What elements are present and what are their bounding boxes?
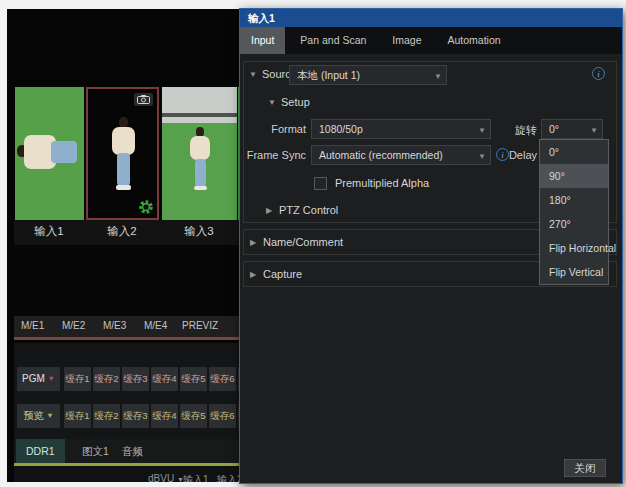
- rotate-label: 旋转: [492, 123, 537, 138]
- person-figure: [112, 127, 135, 155]
- input-labels-row: 输入1 输入2 输入3: [14, 220, 246, 245]
- rotate-option-0[interactable]: 0°: [540, 140, 608, 164]
- pgm-source-button[interactable]: 缓存1: [64, 367, 91, 391]
- pgm-source-button[interactable]: 缓存6: [209, 367, 236, 391]
- premultiplied-alpha-label: Premultiplied Alpha: [335, 177, 429, 189]
- chevron-down-icon: ▼: [46, 411, 53, 420]
- setup-label: Setup: [281, 96, 310, 108]
- tab-audio[interactable]: 音频: [112, 439, 153, 463]
- preview-source-button[interactable]: 缓存5: [180, 404, 207, 428]
- studio-light-bar: [162, 113, 237, 117]
- ptz-control-section[interactable]: PTZ Control: [279, 204, 338, 216]
- tab-me4[interactable]: M/E4: [144, 320, 167, 331]
- chevron-down-icon: ▼: [434, 68, 442, 85]
- rotate-option-180[interactable]: 180°: [540, 188, 608, 212]
- input2-thumbnail-selected[interactable]: [86, 87, 159, 220]
- dialog-title-bar[interactable]: 输入1: [240, 9, 622, 27]
- chevron-down-icon: ▼: [590, 122, 598, 139]
- tab-previz[interactable]: PREVIZ: [182, 320, 218, 331]
- preview-bus-row: 预览 ▼ 缓存1 缓存2 缓存3 缓存4 缓存5 缓存6 缓存7: [14, 404, 246, 428]
- screenshot-root: 输入1 输入2 输入3 M/E1 M/E2 M/E3 M/E4 PREVIZ P…: [0, 0, 626, 487]
- expand-arrow-icon: ▶: [250, 238, 256, 247]
- person-figure: [190, 136, 210, 160]
- pgm-source-button[interactable]: 缓存5: [180, 367, 207, 391]
- preview-source-button[interactable]: 缓存6: [209, 404, 236, 428]
- pgm-source-button[interactable]: 缓存2: [93, 367, 120, 391]
- rotate-option-flip-h[interactable]: Flip Horizontal: [540, 236, 608, 260]
- frame-sync-label: Frame Sync: [240, 149, 306, 161]
- gear-icon[interactable]: [138, 199, 154, 215]
- person-figure: [51, 141, 77, 163]
- tab-input[interactable]: Input: [240, 27, 285, 54]
- input1-label: 输入1: [34, 224, 63, 239]
- program-accent-underline: [14, 337, 246, 340]
- expand-arrow-icon: ▶: [250, 270, 256, 279]
- name-comment-label: Name/Comment: [263, 236, 343, 248]
- capture-label: Capture: [263, 268, 302, 280]
- collapse-arrow-icon[interactable]: ▼: [268, 98, 276, 107]
- chevron-down-icon: ▼: [478, 148, 486, 165]
- person-figure: [117, 153, 130, 186]
- dialog-tab-bar: Input Pan and Scan Image Automation: [240, 27, 622, 54]
- rotate-select[interactable]: 0°▼: [541, 119, 603, 139]
- pgm-bus-button[interactable]: PGM ▼: [17, 367, 60, 391]
- close-button[interactable]: 关闭: [564, 459, 606, 477]
- preview-source-button[interactable]: 缓存3: [122, 404, 149, 428]
- rotate-option-90[interactable]: 90°: [540, 164, 608, 188]
- frame-sync-select[interactable]: Automatic (recommended)▼: [311, 145, 491, 165]
- delay-label: Delay: [492, 149, 537, 161]
- person-figure: [195, 159, 206, 187]
- input3-thumbnail[interactable]: [162, 87, 237, 220]
- person-figure: [116, 185, 131, 190]
- source-select[interactable]: 本地 (Input 1)▼: [289, 65, 447, 85]
- input1-thumbnail[interactable]: [15, 87, 84, 220]
- rotate-option-flip-v[interactable]: Flip Vertical: [540, 260, 608, 284]
- premultiplied-alpha-checkbox[interactable]: [314, 177, 327, 190]
- audio-channel-label[interactable]: 输入1: [183, 473, 209, 482]
- preview-source-button[interactable]: 缓存1: [64, 404, 91, 428]
- switcher-bus-area: PGM ▼ 缓存1 缓存2 缓存3 缓存4 缓存5 缓存6 缓存7 预览 ▼ 缓…: [14, 343, 246, 442]
- audio-status-bar: dBVU ▼ 输入1 输入2: [14, 466, 246, 482]
- pgm-source-button[interactable]: 缓存3: [122, 367, 149, 391]
- studio-wall: [162, 87, 237, 123]
- preview-source-button[interactable]: 缓存2: [93, 404, 120, 428]
- tab-image[interactable]: Image: [381, 27, 432, 54]
- rotate-dropdown-list: 0° 90° 180° 270° Flip Horizontal Flip Ve…: [539, 139, 609, 285]
- tab-automation[interactable]: Automation: [437, 27, 512, 54]
- tab-me1[interactable]: M/E1: [21, 320, 44, 331]
- format-label: Format: [240, 123, 306, 135]
- camera-icon[interactable]: [134, 93, 153, 106]
- me-tab-bar: M/E1 M/E2 M/E3 M/E4 PREVIZ: [14, 316, 246, 337]
- pgm-source-button[interactable]: 缓存4: [151, 367, 178, 391]
- expand-arrow-icon[interactable]: ▶: [266, 206, 272, 215]
- input-settings-dialog: 输入1 Input Pan and Scan Image Automation …: [239, 8, 623, 484]
- rotate-option-270[interactable]: 270°: [540, 212, 608, 236]
- input3-label: 输入3: [184, 224, 213, 239]
- preview-source-button[interactable]: 缓存4: [151, 404, 178, 428]
- person-figure: [194, 186, 207, 190]
- meter-unit-select[interactable]: dBVU ▼: [148, 473, 184, 482]
- tab-me3[interactable]: M/E3: [103, 320, 126, 331]
- input2-label: 输入2: [107, 224, 136, 239]
- tab-me2[interactable]: M/E2: [62, 320, 85, 331]
- chevron-down-icon: ▼: [48, 374, 55, 383]
- media-tab-bar: DDR1 图文1 音频: [14, 439, 246, 463]
- tab-ddr1[interactable]: DDR1: [16, 439, 65, 463]
- program-bus-row: PGM ▼ 缓存1 缓存2 缓存3 缓存4 缓存5 缓存6 缓存7: [14, 367, 246, 391]
- preview-bus-button[interactable]: 预览 ▼: [17, 404, 60, 428]
- format-select[interactable]: 1080/50p▼: [311, 119, 491, 139]
- collapse-arrow-icon[interactable]: ▼: [249, 70, 257, 79]
- info-icon[interactable]: i: [592, 67, 605, 80]
- tab-pan-and-scan[interactable]: Pan and Scan: [289, 27, 377, 54]
- chevron-down-icon: ▼: [478, 122, 486, 139]
